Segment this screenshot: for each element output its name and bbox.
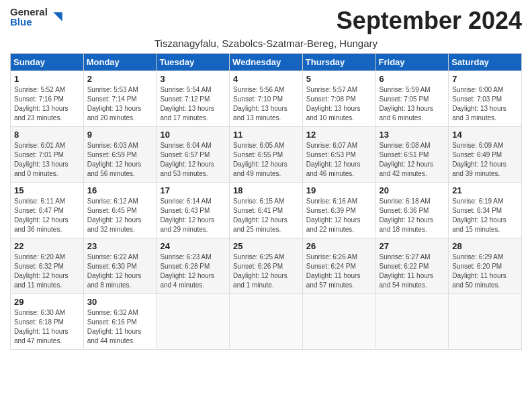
table-row: 12Sunrise: 6:07 AM Sunset: 6:53 PM Dayli… [302, 127, 375, 183]
table-row: 18Sunrise: 6:15 AM Sunset: 6:41 PM Dayli… [230, 183, 303, 238]
day-info: Sunrise: 6:23 AM Sunset: 6:28 PM Dayligh… [160, 253, 226, 290]
table-row: 14Sunrise: 6:09 AM Sunset: 6:49 PM Dayli… [449, 127, 522, 183]
day-number: 29 [14, 297, 80, 307]
header-tuesday: Tuesday [157, 54, 230, 71]
day-info: Sunrise: 6:25 AM Sunset: 6:26 PM Dayligh… [233, 253, 299, 290]
day-number: 13 [380, 130, 445, 140]
header-monday: Monday [83, 54, 157, 71]
calendar-table: Sunday Monday Tuesday Wednesday Thursday… [10, 53, 522, 350]
table-row: 7Sunrise: 6:00 AM Sunset: 7:03 PM Daylig… [449, 71, 522, 127]
day-info: Sunrise: 5:54 AM Sunset: 7:12 PM Dayligh… [160, 85, 226, 123]
day-info: Sunrise: 6:08 AM Sunset: 6:51 PM Dayligh… [380, 141, 445, 179]
day-info: Sunrise: 6:22 AM Sunset: 6:30 PM Dayligh… [87, 253, 153, 290]
table-row: 9Sunrise: 6:03 AM Sunset: 6:59 PM Daylig… [83, 127, 157, 183]
day-number: 10 [160, 130, 226, 140]
logo-blue-text: Blue [10, 17, 48, 27]
day-info: Sunrise: 6:04 AM Sunset: 6:57 PM Dayligh… [160, 141, 226, 179]
table-row: 13Sunrise: 6:08 AM Sunset: 6:51 PM Dayli… [375, 127, 449, 183]
table-row: 27Sunrise: 6:27 AM Sunset: 6:22 PM Dayli… [375, 238, 449, 294]
day-number: 4 [233, 74, 299, 84]
day-info: Sunrise: 5:57 AM Sunset: 7:08 PM Dayligh… [306, 85, 372, 123]
day-number: 18 [233, 185, 299, 195]
table-row [449, 294, 522, 350]
day-info: Sunrise: 6:32 AM Sunset: 6:16 PM Dayligh… [87, 308, 153, 346]
table-row: 16Sunrise: 6:12 AM Sunset: 6:45 PM Dayli… [83, 183, 157, 238]
table-row: 5Sunrise: 5:57 AM Sunset: 7:08 PM Daylig… [302, 71, 375, 127]
day-info: Sunrise: 6:26 AM Sunset: 6:24 PM Dayligh… [306, 253, 372, 290]
day-number: 23 [87, 241, 153, 251]
day-number: 20 [380, 185, 445, 195]
calendar-row: 8Sunrise: 6:01 AM Sunset: 7:01 PM Daylig… [11, 127, 522, 183]
weekday-header-row: Sunday Monday Tuesday Wednesday Thursday… [11, 54, 522, 71]
calendar-row: 15Sunrise: 6:11 AM Sunset: 6:47 PM Dayli… [11, 183, 522, 238]
table-row [302, 294, 375, 350]
table-row: 22Sunrise: 6:20 AM Sunset: 6:32 PM Dayli… [11, 238, 84, 294]
day-number: 25 [233, 241, 299, 251]
table-row [375, 294, 449, 350]
day-number: 5 [306, 74, 372, 84]
day-info: Sunrise: 6:27 AM Sunset: 6:22 PM Dayligh… [380, 253, 445, 290]
table-row [157, 294, 230, 350]
day-info: Sunrise: 6:16 AM Sunset: 6:39 PM Dayligh… [306, 197, 372, 234]
day-info: Sunrise: 6:00 AM Sunset: 7:03 PM Dayligh… [452, 85, 518, 123]
day-info: Sunrise: 5:56 AM Sunset: 7:10 PM Dayligh… [233, 85, 299, 123]
day-info: Sunrise: 6:01 AM Sunset: 7:01 PM Dayligh… [14, 141, 80, 179]
day-number: 12 [306, 130, 372, 140]
table-row: 3Sunrise: 5:54 AM Sunset: 7:12 PM Daylig… [157, 71, 230, 127]
day-info: Sunrise: 6:20 AM Sunset: 6:32 PM Dayligh… [14, 253, 80, 290]
day-info: Sunrise: 6:18 AM Sunset: 6:36 PM Dayligh… [380, 197, 445, 234]
day-number: 6 [380, 74, 445, 84]
logo-general-text: General [10, 7, 48, 17]
day-number: 15 [14, 185, 80, 195]
day-info: Sunrise: 6:11 AM Sunset: 6:47 PM Dayligh… [14, 197, 80, 234]
day-info: Sunrise: 6:05 AM Sunset: 6:55 PM Dayligh… [233, 141, 299, 179]
day-number: 30 [87, 297, 153, 307]
day-number: 2 [87, 74, 153, 84]
table-row: 23Sunrise: 6:22 AM Sunset: 6:30 PM Dayli… [83, 238, 157, 294]
table-row [230, 294, 303, 350]
day-info: Sunrise: 5:59 AM Sunset: 7:05 PM Dayligh… [380, 85, 445, 123]
table-row: 6Sunrise: 5:59 AM Sunset: 7:05 PM Daylig… [375, 71, 449, 127]
table-row: 11Sunrise: 6:05 AM Sunset: 6:55 PM Dayli… [230, 127, 303, 183]
day-info: Sunrise: 6:19 AM Sunset: 6:34 PM Dayligh… [452, 197, 518, 234]
day-info: Sunrise: 6:15 AM Sunset: 6:41 PM Dayligh… [233, 197, 299, 234]
table-row: 30Sunrise: 6:32 AM Sunset: 6:16 PM Dayli… [83, 294, 157, 350]
header-thursday: Thursday [302, 54, 375, 71]
day-info: Sunrise: 6:09 AM Sunset: 6:49 PM Dayligh… [452, 141, 518, 179]
day-number: 21 [452, 185, 518, 195]
header-sunday: Sunday [11, 54, 84, 71]
table-row: 24Sunrise: 6:23 AM Sunset: 6:28 PM Dayli… [157, 238, 230, 294]
location-subtitle: Tiszanagyfalu, Szabolcs-Szatmar-Bereg, H… [10, 38, 522, 49]
calendar-row: 29Sunrise: 6:30 AM Sunset: 6:18 PM Dayli… [11, 294, 522, 350]
day-number: 19 [306, 185, 372, 195]
table-row: 28Sunrise: 6:29 AM Sunset: 6:20 PM Dayli… [449, 238, 522, 294]
day-number: 27 [380, 241, 445, 251]
day-number: 17 [160, 185, 226, 195]
day-info: Sunrise: 6:12 AM Sunset: 6:45 PM Dayligh… [87, 197, 153, 234]
day-info: Sunrise: 6:07 AM Sunset: 6:53 PM Dayligh… [306, 141, 372, 179]
table-row: 25Sunrise: 6:25 AM Sunset: 6:26 PM Dayli… [230, 238, 303, 294]
table-row: 26Sunrise: 6:26 AM Sunset: 6:24 PM Dayli… [302, 238, 375, 294]
day-number: 22 [14, 241, 80, 251]
day-info: Sunrise: 6:29 AM Sunset: 6:20 PM Dayligh… [452, 253, 518, 290]
day-info: Sunrise: 6:14 AM Sunset: 6:43 PM Dayligh… [160, 197, 226, 234]
day-number: 11 [233, 130, 299, 140]
day-info: Sunrise: 5:52 AM Sunset: 7:16 PM Dayligh… [14, 85, 80, 123]
header-friday: Friday [375, 54, 449, 71]
table-row: 8Sunrise: 6:01 AM Sunset: 7:01 PM Daylig… [11, 127, 84, 183]
day-number: 24 [160, 241, 226, 251]
table-row: 19Sunrise: 6:16 AM Sunset: 6:39 PM Dayli… [302, 183, 375, 238]
calendar-row: 1Sunrise: 5:52 AM Sunset: 7:16 PM Daylig… [11, 71, 522, 127]
day-info: Sunrise: 6:03 AM Sunset: 6:59 PM Dayligh… [87, 141, 153, 179]
table-row: 20Sunrise: 6:18 AM Sunset: 6:36 PM Dayli… [375, 183, 449, 238]
table-row: 2Sunrise: 5:53 AM Sunset: 7:14 PM Daylig… [83, 71, 157, 127]
logo-icon [51, 10, 64, 24]
table-row: 4Sunrise: 5:56 AM Sunset: 7:10 PM Daylig… [230, 71, 303, 127]
day-number: 9 [87, 130, 153, 140]
month-year-title: September 2024 [337, 7, 522, 35]
day-number: 14 [452, 130, 518, 140]
table-row: 21Sunrise: 6:19 AM Sunset: 6:34 PM Dayli… [449, 183, 522, 238]
day-info: Sunrise: 5:53 AM Sunset: 7:14 PM Dayligh… [87, 85, 153, 123]
header-wednesday: Wednesday [230, 54, 303, 71]
logo: General Blue [10, 7, 64, 27]
